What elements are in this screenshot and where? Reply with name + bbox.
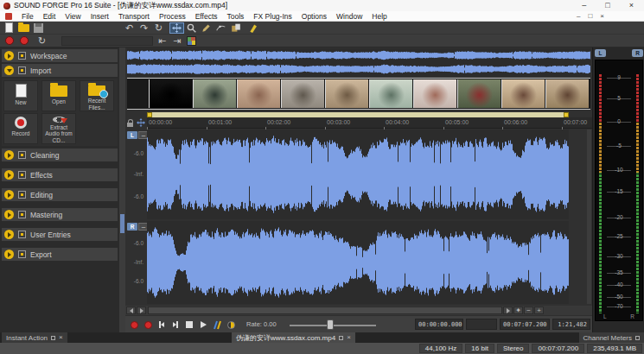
new-button[interactable] [2,22,16,34]
child-minimize-icon[interactable]: – [577,11,580,22]
close-icon[interactable]: × [629,0,634,11]
file-tab[interactable]: 伪谦的安详www.ssdax.com.mp4 × [232,332,355,343]
menu-options[interactable]: Options [302,12,327,21]
menu-tools[interactable]: Tools [227,12,245,21]
menu-view[interactable]: View [65,12,80,21]
sidebar-section-user-entries[interactable]: User Entries [2,228,118,241]
open-tile[interactable]: Open [41,80,76,111]
menu-transport[interactable]: Transport [118,12,150,21]
menu-insert[interactable]: Insert [91,12,109,21]
minimize-icon[interactable]: – [582,0,586,11]
open-button[interactable] [16,22,31,34]
zoom-in-button[interactable]: + [534,307,544,314]
selection-display[interactable] [466,319,497,330]
go-to-end-button[interactable]: ⇥ [169,35,184,47]
position-display[interactable]: 00:00:00.000 [415,319,463,330]
menu-process[interactable]: Process [159,12,186,21]
waveform-canvas-left[interactable] [147,130,569,219]
float-icon[interactable] [635,336,640,340]
vertical-scrollbar[interactable] [587,130,591,304]
record-tile[interactable]: Record [3,113,38,144]
restore-icon[interactable] [339,336,343,340]
sidebar-scrollbar[interactable] [119,47,125,332]
sidebar-section-export[interactable]: Export [2,248,118,261]
maximize-icon[interactable]: □ [605,0,609,11]
pencil-tool-button[interactable] [199,22,214,34]
channel-meters-tab[interactable]: Channel Meters [579,332,644,343]
float-icon[interactable] [51,336,55,340]
loop-button[interactable]: ↻ [35,35,49,47]
record-button[interactable] [142,319,154,331]
video-strip[interactable] [127,78,590,110]
repeat-button[interactable]: ↻ [151,22,166,34]
right-channel-badge[interactable]: R [127,223,137,231]
play-device-button[interactable] [211,319,223,331]
magnify-tool-button[interactable] [184,22,199,34]
child-restore-icon[interactable]: □ [588,11,592,22]
overview-waveform[interactable] [127,48,590,76]
close-icon[interactable]: × [347,332,351,343]
sample-rate-status[interactable]: 44,100 Hz [419,344,462,353]
expand-arrow-icon[interactable] [4,250,14,259]
menu-window[interactable]: Window [336,12,362,21]
sidebar-section-mastering[interactable]: Mastering [2,208,118,221]
sidebar-section-cleaning[interactable]: Cleaning [2,149,118,161]
go-to-end-button[interactable] [169,319,182,331]
lock-icon[interactable] [127,123,133,127]
event-tool-button[interactable] [228,22,243,34]
expand-arrow-icon[interactable] [4,230,14,239]
expand-arrow-icon[interactable] [4,150,14,160]
expand-arrow-icon[interactable] [4,170,14,180]
scrollbar-thumb[interactable] [120,214,124,233]
child-close-icon[interactable]: × [600,11,604,22]
undo-button[interactable]: ↶ [122,22,137,34]
expand-arrow-icon[interactable] [4,51,14,60]
expand-arrow-icon[interactable] [4,190,14,199]
sidebar-section-import[interactable]: Import [2,64,118,77]
snap-grid-button[interactable] [184,35,199,47]
menu-effects[interactable]: Effects [195,12,218,21]
length-display[interactable]: 1:21,482 [552,319,590,330]
sidebar-section-workspace[interactable]: Workspace [2,49,118,62]
time-ruler[interactable]: 00:00:00 00:01:00 00:02:00 00:03:00 00:0… [147,117,592,129]
record-button[interactable] [16,35,31,47]
scrollbar-thumb[interactable] [149,307,501,313]
more-tools-button[interactable] [246,22,261,34]
play-button[interactable] [197,319,209,331]
zoom-out-button[interactable]: − [524,307,533,314]
bit-depth-status[interactable]: 16 bit [465,344,494,353]
menu-edit[interactable]: Edit [43,12,56,21]
save-button[interactable] [31,22,46,34]
left-channel-badge[interactable]: L [127,131,137,139]
record-remote-button[interactable] [128,319,140,331]
extract-audio-tile[interactable]: Extract Audio from CD... [41,113,76,144]
new-tile[interactable]: New [3,80,38,111]
meter-left-button[interactable]: L [595,49,606,57]
envelope-tool-button[interactable] [214,22,228,34]
zoom-normal-button[interactable]: ✦ [513,307,523,314]
loop-playback-button[interactable] [225,319,237,331]
expand-arrow-icon[interactable] [4,210,14,219]
go-to-start-button[interactable] [156,319,168,331]
instant-action-tab[interactable]: Instant Action × [2,332,67,343]
stop-button[interactable] [183,319,195,331]
go-to-start-button[interactable]: ⇤ [155,35,169,47]
sidebar-section-editing[interactable]: Editing [2,188,118,201]
edit-tool-button[interactable] [169,22,184,34]
waveform-canvas-right[interactable] [147,221,569,304]
menu-fx-plugins[interactable]: FX Plug-Ins [253,12,291,21]
zoom-selection-button[interactable] [503,307,513,314]
record-remote-button[interactable] [2,35,16,47]
meter-right-button[interactable]: R [632,49,643,57]
horizontal-scrollbar[interactable] [148,307,502,314]
menu-help[interactable]: Help [372,12,386,21]
rate-slider-handle[interactable] [327,319,334,330]
collapse-arrow-icon[interactable] [4,66,14,75]
channels-status[interactable]: Stereo [497,344,530,353]
sidebar-section-effects[interactable]: Effects [2,168,118,181]
redo-button[interactable]: ↷ [137,22,151,34]
recent-files-tile[interactable]: Recent Files... [80,80,114,111]
menu-file[interactable]: File [22,12,34,21]
scroll-right-button[interactable] [137,307,146,314]
close-icon[interactable]: × [59,332,63,343]
